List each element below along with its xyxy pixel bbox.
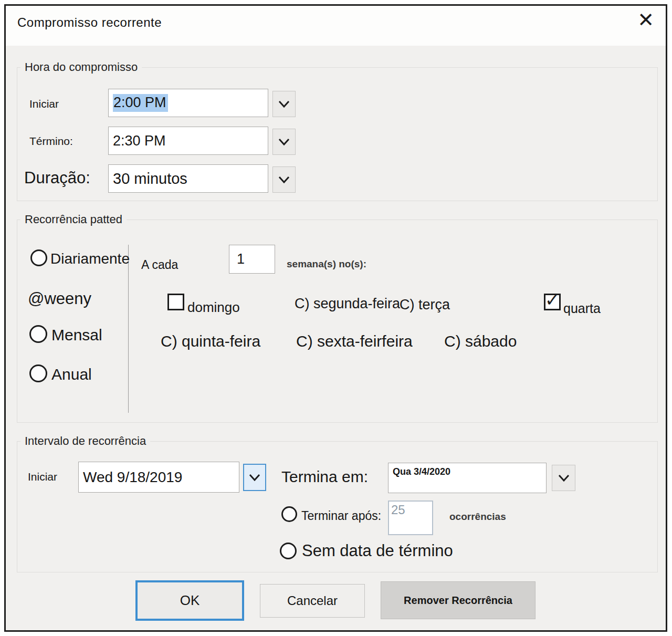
duration-value: 30 minutos <box>113 170 187 187</box>
every-suffix-label: semana(s) no(s): <box>287 258 366 270</box>
end-time-value: 2:30 PM <box>113 133 166 149</box>
every-label: A cada <box>141 258 178 272</box>
recurrence-range-group-label: Intervalo de recorrência <box>20 434 150 448</box>
appointment-time-group: Hora do compromisso Iniciar 2:00 PM Térm… <box>17 67 658 201</box>
end-by-value: Qua 3/4/2020 <box>393 466 450 477</box>
radio-daily[interactable] <box>30 249 47 266</box>
range-start-label: Iniciar <box>28 471 57 483</box>
chevron-down-icon <box>278 100 290 108</box>
appointment-time-group-label: Hora do compromisso <box>20 60 142 74</box>
cancel-button[interactable]: Cancelar <box>260 584 365 618</box>
checkbox-quarta-label: quarta <box>563 301 601 316</box>
end-time-dropdown-button[interactable] <box>272 129 296 155</box>
radio-daily-label: Diariamente <box>50 251 130 267</box>
day-quinta-label[interactable]: C) quinta-feira <box>161 332 260 350</box>
chevron-down-icon <box>278 138 290 145</box>
range-start-dropdown-button[interactable] <box>243 464 266 491</box>
radio-yearly[interactable] <box>29 364 47 382</box>
every-input[interactable]: 1 <box>229 245 275 274</box>
ok-button[interactable]: OK <box>135 580 244 621</box>
end-after-label: Terminar após: <box>301 509 381 523</box>
close-icon[interactable]: ✕ <box>637 10 654 30</box>
day-segunda-label[interactable]: C) segunda-feira <box>295 296 400 312</box>
recurring-appointment-dialog: Compromisso recorrente ✕ Hora do comprom… <box>4 4 667 632</box>
radio-yearly-label: Anual <box>51 366 92 383</box>
every-value: 1 <box>237 251 245 267</box>
dialog-title: Compromisso recorrente <box>17 15 162 30</box>
start-time-value: 2:00 PM <box>113 94 168 112</box>
duration-label: Duração: <box>24 169 90 187</box>
day-terca-label[interactable]: C) terça <box>400 297 450 313</box>
end-by-field[interactable]: Qua 3/4/2020 <box>388 463 547 493</box>
checkbox-domingo[interactable] <box>167 294 184 310</box>
radio-end-after[interactable] <box>281 506 297 522</box>
duration-dropdown-button[interactable] <box>272 166 296 193</box>
day-sabado-label[interactable]: C) sábado <box>444 332 517 350</box>
chevron-down-icon <box>558 474 570 482</box>
end-after-suffix-label: ocorrências <box>449 511 506 523</box>
end-after-value: 25 <box>391 503 405 517</box>
pattern-divider <box>128 245 129 413</box>
no-end-date-label: Sem data de término <box>302 541 453 560</box>
recurrence-range-group: Intervalo de recorrência Iniciar Wed 9/1… <box>17 441 658 572</box>
end-time-field[interactable]: 2:30 PM <box>108 127 268 155</box>
start-time-label: Iniciar <box>29 98 59 110</box>
duration-field[interactable]: 30 minutos <box>108 164 268 193</box>
title-bar: Compromisso recorrente ✕ <box>6 6 666 46</box>
range-start-field[interactable]: Wed 9/18/2019 <box>78 462 239 493</box>
end-after-input[interactable]: 25 <box>388 501 433 535</box>
range-start-value: Wed 9/18/2019 <box>83 469 182 486</box>
day-sexta-label[interactable]: C) sexta-feirfeira <box>296 332 413 350</box>
radio-monthly-label: Mensal <box>51 326 102 344</box>
recurrence-pattern-group-label: Recorrência patted <box>20 213 127 226</box>
end-by-dropdown-button[interactable] <box>552 465 575 491</box>
remove-recurrence-button[interactable]: Remover Recorrência <box>381 581 536 619</box>
checkbox-quarta[interactable]: ✓ <box>544 294 561 310</box>
chevron-down-icon <box>249 474 260 481</box>
checkbox-quarta-check: ✓ <box>545 291 560 309</box>
end-by-label: Termina em: <box>281 468 368 486</box>
recurrence-pattern-group: Recorrência patted Diariamente A cada 1 … <box>17 220 658 423</box>
start-time-field[interactable]: 2:00 PM <box>108 89 268 117</box>
radio-no-end-date[interactable] <box>280 543 297 559</box>
radio-monthly[interactable] <box>29 325 47 343</box>
end-time-label: Término: <box>29 135 73 148</box>
start-time-dropdown-button[interactable] <box>272 91 296 117</box>
checkbox-domingo-label: domingo <box>187 299 240 316</box>
radio-weekly-label[interactable]: @weeny <box>28 289 91 308</box>
chevron-down-icon <box>278 176 290 183</box>
